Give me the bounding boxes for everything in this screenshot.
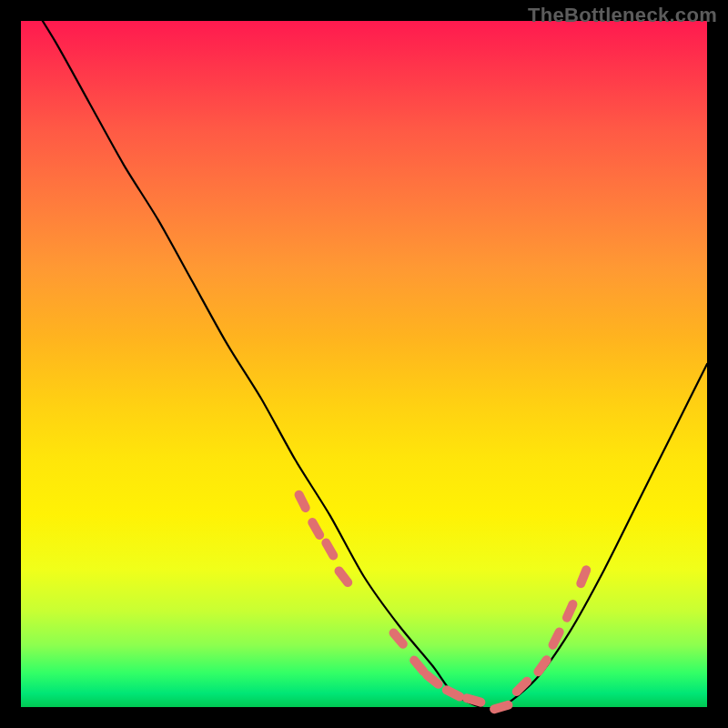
highlight-dot [326, 543, 333, 556]
highlight-dot [414, 661, 423, 672]
bottleneck-curve [21, 0, 707, 709]
highlight-dot [467, 698, 480, 702]
highlight-dot [299, 495, 306, 508]
plot-area [21, 21, 707, 707]
marker-group [299, 495, 587, 710]
watermark-label: TheBottleneck.com [528, 4, 717, 27]
highlight-dot [427, 675, 438, 684]
highlight-dot [494, 705, 508, 709]
chart-frame: TheBottleneck.com [0, 0, 728, 728]
curve-group [21, 0, 707, 709]
highlight-dot [538, 660, 546, 672]
highlight-dot [394, 632, 403, 643]
highlight-dot [312, 522, 319, 535]
highlight-dot [339, 571, 349, 582]
highlight-dot [581, 570, 586, 583]
highlight-dot [553, 632, 560, 644]
highlight-dot [567, 604, 572, 618]
highlight-dot [447, 690, 460, 696]
bottleneck-chart-svg [21, 21, 707, 707]
